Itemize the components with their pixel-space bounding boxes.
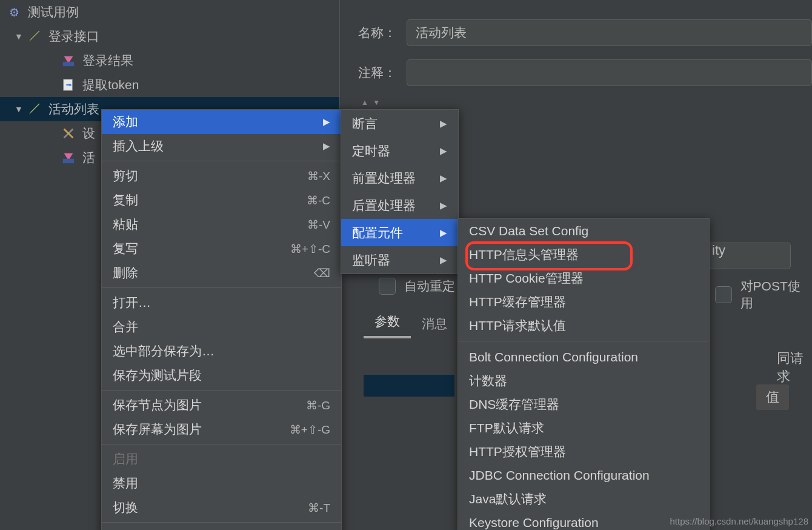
tree-root-label: 测试用例 bbox=[28, 4, 79, 21]
menu-save-selection[interactable]: 选中部分保存为… bbox=[102, 339, 341, 363]
menu-disable[interactable]: 禁用 bbox=[102, 471, 341, 495]
tabs: 参数 消息 bbox=[364, 310, 458, 338]
arrow-right-icon: ▶ bbox=[440, 227, 447, 238]
gear-icon: ⚙ bbox=[6, 4, 22, 20]
name-row: 名称： bbox=[340, 19, 812, 46]
tree-login-result-label: 登录结果 bbox=[82, 52, 133, 69]
config-keystore[interactable]: Keystore Configuration bbox=[458, 511, 709, 530]
config-http-default[interactable]: HTTP请求默认值 bbox=[458, 314, 709, 337]
tab-params[interactable]: 参数 bbox=[364, 307, 411, 338]
menu-separator bbox=[458, 341, 709, 341]
menu-paste[interactable]: 粘贴⌘-V bbox=[102, 212, 341, 236]
config-http-auth[interactable]: HTTP授权管理器 bbox=[458, 440, 709, 463]
post-checkbox[interactable] bbox=[715, 286, 732, 303]
auto-redirect-checkbox[interactable] bbox=[379, 278, 396, 295]
menu-separator bbox=[102, 287, 341, 288]
menu-cut[interactable]: 剪切⌘-X bbox=[102, 164, 341, 188]
tools-icon bbox=[61, 126, 76, 141]
menu-separator bbox=[102, 444, 341, 444]
name-label: 名称： bbox=[358, 24, 407, 41]
submenu-config-element[interactable]: 配置元件▶ bbox=[341, 219, 458, 246]
tree-extract-token[interactable]: 提取token bbox=[0, 73, 339, 97]
arrow-right-icon: ▶ bbox=[323, 116, 330, 127]
menu-help[interactable]: 帮助 bbox=[102, 525, 341, 530]
comment-label: 注释： bbox=[358, 64, 407, 81]
submenu-postprocessor[interactable]: 后置处理器▶ bbox=[341, 192, 458, 219]
config-counter[interactable]: 计数器 bbox=[458, 369, 709, 392]
tree-child-1-label: 设 bbox=[82, 125, 95, 142]
tree-login[interactable]: ▼ 登录接口 bbox=[0, 24, 339, 49]
menu-delete[interactable]: 删除⌫ bbox=[102, 261, 341, 285]
auto-redirect-label: 自动重定 bbox=[404, 278, 455, 295]
svg-marker-4 bbox=[64, 153, 73, 159]
submenu-preprocessor[interactable]: 前置处理器▶ bbox=[341, 164, 458, 192]
menu-save-screen-image[interactable]: 保存屏幕为图片⌘+⇧-G bbox=[102, 417, 341, 441]
menu-duplicate[interactable]: 复写⌘+⇧-C bbox=[102, 236, 341, 261]
chevron-down-icon: ▼ bbox=[13, 31, 24, 42]
name-input[interactable] bbox=[407, 19, 812, 46]
same-request-label: 同请求 bbox=[777, 349, 812, 386]
add-submenu: 断言▶ 定时器▶ 前置处理器▶ 后置处理器▶ 配置元件▶ 监听器▶ bbox=[341, 109, 459, 274]
config-csv[interactable]: CSV Data Set Config bbox=[458, 219, 709, 243]
config-element-submenu: CSV Data Set Config HTTP信息头管理器 HTTP Cook… bbox=[458, 218, 710, 530]
comment-row: 注释： bbox=[340, 59, 812, 86]
config-java[interactable]: Java默认请求 bbox=[458, 487, 709, 511]
context-menu: 添加▶ 插入上级▶ 剪切⌘-X 复制⌘-C 粘贴⌘-V 复写⌘+⇧-C 删除⌫ … bbox=[101, 109, 342, 530]
tab-body[interactable]: 消息 bbox=[411, 309, 458, 338]
submenu-assertions[interactable]: 断言▶ bbox=[341, 110, 458, 137]
menu-insert-parent[interactable]: 插入上级▶ bbox=[102, 134, 341, 158]
tree-child-2-label: 活 bbox=[82, 149, 95, 166]
config-http-cookie[interactable]: HTTP Cookie管理器 bbox=[458, 266, 709, 290]
menu-separator bbox=[102, 390, 341, 391]
arrow-right-icon: ▶ bbox=[440, 255, 447, 266]
config-ftp[interactable]: FTP默认请求 bbox=[458, 416, 709, 440]
arrow-right-icon: ▶ bbox=[440, 173, 447, 184]
menu-merge[interactable]: 合并 bbox=[102, 315, 341, 339]
menu-open[interactable]: 打开… bbox=[102, 290, 341, 315]
comment-input[interactable] bbox=[407, 59, 812, 86]
menu-separator bbox=[102, 522, 341, 523]
svg-rect-0 bbox=[63, 62, 74, 66]
config-bolt[interactable]: Bolt Connection Configuration bbox=[458, 345, 709, 369]
eyedropper-icon bbox=[27, 29, 42, 44]
arrow-right-icon: ▶ bbox=[440, 146, 447, 156]
arrow-right-icon: ▶ bbox=[440, 118, 447, 129]
post-label: 对POST使用 bbox=[740, 278, 812, 312]
tree-activity-label: 活动列表 bbox=[48, 101, 99, 118]
arrow-right-icon: ▶ bbox=[323, 141, 330, 152]
document-icon bbox=[61, 77, 76, 93]
svg-rect-3 bbox=[63, 159, 74, 163]
config-jdbc[interactable]: JDBC Connection Configuration bbox=[458, 463, 709, 487]
submenu-timer[interactable]: 定时器▶ bbox=[341, 137, 458, 164]
menu-copy[interactable]: 复制⌘-C bbox=[102, 188, 341, 212]
menu-save-node-image[interactable]: 保存节点为图片⌘-G bbox=[102, 393, 341, 417]
value-column-header: 值 bbox=[756, 384, 789, 410]
config-http-cache[interactable]: HTTP缓存管理器 bbox=[458, 290, 709, 314]
config-http-header[interactable]: HTTP信息头管理器 bbox=[458, 243, 709, 266]
tree-token-label: 提取token bbox=[82, 76, 139, 93]
menu-enable: 启用 bbox=[102, 447, 341, 471]
selected-table-row[interactable] bbox=[364, 375, 454, 397]
tree-login-label: 登录接口 bbox=[48, 28, 99, 45]
auto-redirect-row: 自动重定 bbox=[379, 278, 455, 295]
priority-label-fragment: ity bbox=[712, 243, 725, 258]
submenu-listener[interactable]: 监听器▶ bbox=[341, 246, 458, 273]
funnel-icon bbox=[61, 53, 76, 69]
menu-add[interactable]: 添加▶ bbox=[102, 110, 341, 134]
menu-save-fragment[interactable]: 保存为测试片段 bbox=[102, 363, 341, 387]
config-dns[interactable]: DNS缓存管理器 bbox=[458, 392, 709, 416]
tree-root[interactable]: ⚙ 测试用例 bbox=[0, 0, 339, 24]
tree-login-result[interactable]: 登录结果 bbox=[0, 49, 339, 73]
post-use-row: 对POST使用 bbox=[715, 278, 812, 312]
svg-marker-1 bbox=[64, 56, 73, 62]
eyedropper-icon bbox=[27, 101, 42, 117]
menu-toggle[interactable]: 切换⌘-T bbox=[102, 495, 341, 520]
collapse-arrows-icon[interactable]: ▲ ▼ bbox=[361, 98, 381, 107]
funnel-icon bbox=[61, 150, 76, 166]
chevron-down-icon: ▼ bbox=[13, 104, 24, 115]
arrow-right-icon: ▶ bbox=[440, 200, 447, 211]
menu-separator bbox=[102, 161, 341, 161]
